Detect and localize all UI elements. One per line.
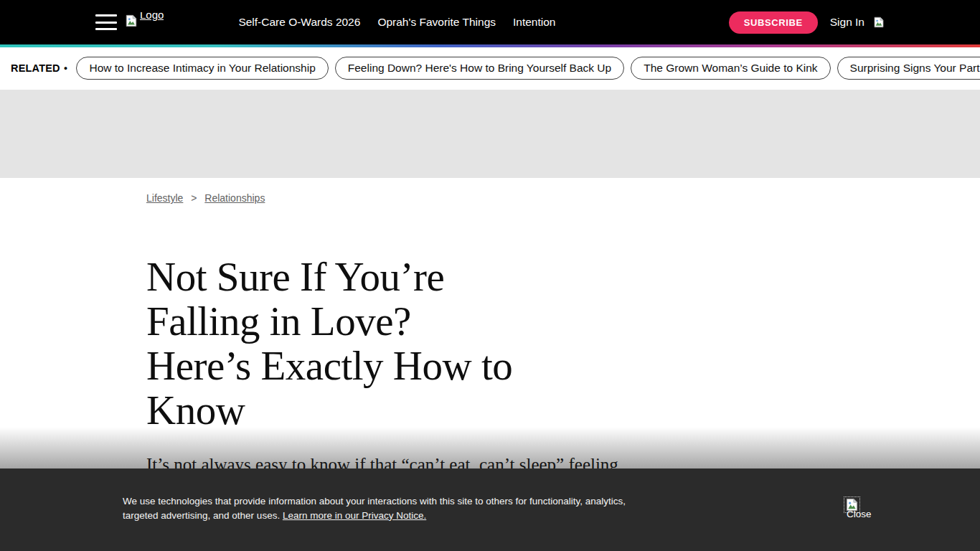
nav-link-oprahs-favorite-things[interactable]: Oprah's Favorite Things [377, 16, 496, 29]
nav-link-intention[interactable]: Intention [513, 16, 555, 29]
bullet-icon: ● [64, 65, 68, 72]
header-inner: Logo Self-Care O-Wards 2026 Oprah's Favo… [95, 0, 885, 44]
subscribe-button[interactable]: SUBSCRIBE [729, 11, 818, 34]
site-logo[interactable]: Logo [125, 12, 164, 29]
related-strip: RELATED ● How to Increase Intimacy in Yo… [0, 47, 980, 89]
close-label: Close [847, 509, 872, 519]
related-label: RELATED ● [11, 62, 67, 74]
ad-placeholder [0, 90, 980, 178]
related-pill[interactable]: The Grown Woman’s Guide to Kink [631, 57, 830, 80]
broken-image-icon [873, 17, 885, 28]
related-pill[interactable]: How to Increase Intimacy in Your Relatio… [76, 57, 328, 80]
related-pill[interactable]: Feeling Down? Here's How to Bring Yourse… [335, 57, 624, 80]
menu-icon[interactable] [95, 14, 117, 30]
privacy-notice-link[interactable]: Learn more in our Privacy Notice. [283, 510, 426, 521]
cookie-message: We use technologies that provide informa… [123, 494, 654, 522]
breadcrumb-link-relationships[interactable]: Relationships [204, 192, 265, 204]
cookie-banner: We use technologies that provide informa… [0, 468, 980, 551]
related-pill[interactable]: Surprising Signs Your Part [837, 57, 980, 80]
breadcrumb-separator: > [191, 192, 197, 204]
breadcrumb: Lifestyle > Relationships [146, 192, 265, 204]
sign-in-link[interactable]: Sign In [830, 16, 885, 29]
sign-in-label: Sign In [830, 16, 864, 29]
logo-alt-text: Logo [140, 12, 164, 22]
page-title: Not Sure If You’re Falling in Love? Here… [146, 255, 634, 433]
breadcrumb-link-lifestyle[interactable]: Lifestyle [146, 192, 183, 204]
broken-image-icon [125, 14, 138, 27]
main-nav: Self-Care O-Wards 2026 Oprah's Favorite … [238, 16, 555, 29]
cookie-close-button[interactable]: Close [844, 497, 872, 519]
page: Logo Self-Care O-Wards 2026 Oprah's Favo… [0, 0, 980, 551]
site-header: Logo Self-Care O-Wards 2026 Oprah's Favo… [0, 0, 980, 44]
nav-link-self-care-o-wards[interactable]: Self-Care O-Wards 2026 [238, 16, 360, 29]
